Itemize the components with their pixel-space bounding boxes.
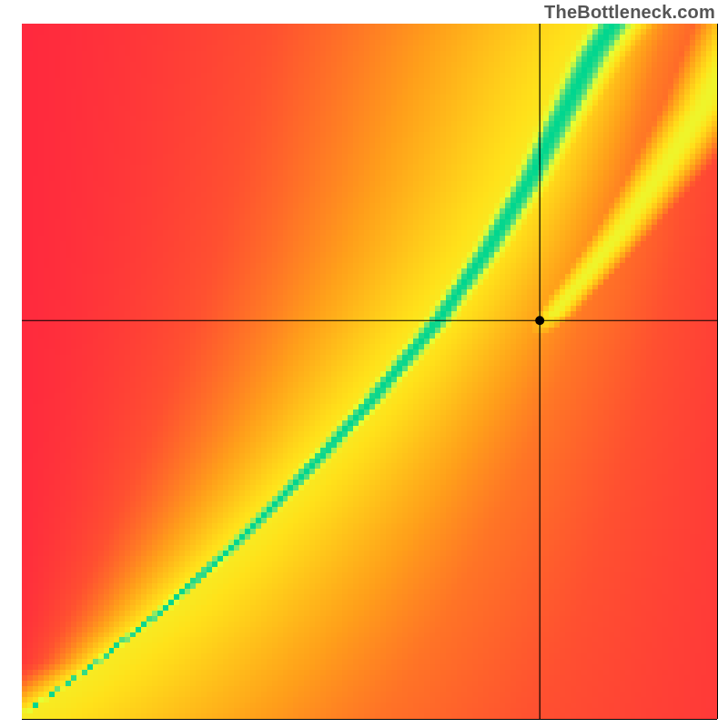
watermark-text: TheBottleneck.com <box>544 2 715 23</box>
bottleneck-heatmap-canvas <box>0 0 728 728</box>
bottleneck-heatmap-container: TheBottleneck.com <box>0 0 728 728</box>
